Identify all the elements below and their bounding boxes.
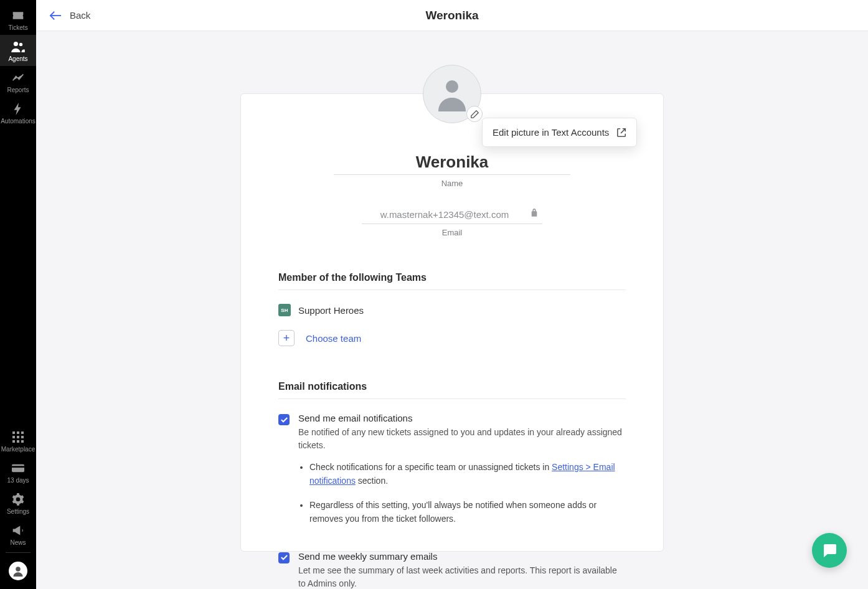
edit-picture-popover[interactable]: Edit picture in Text Accounts bbox=[482, 118, 637, 147]
nav-label: Reports bbox=[7, 87, 29, 93]
main: Back Weronika Name bbox=[36, 0, 868, 589]
nav-label: Marketplace bbox=[1, 446, 35, 453]
check-title: Send me email notifications bbox=[298, 413, 626, 423]
nav-trial[interactable]: 13 days bbox=[0, 456, 36, 488]
check-title: Send me weekly summary emails bbox=[298, 551, 626, 562]
notifications-heading: Email notifications bbox=[278, 381, 626, 399]
bolt-icon bbox=[11, 102, 25, 116]
svg-point-13 bbox=[16, 567, 21, 572]
svg-rect-8 bbox=[12, 440, 15, 443]
edit-avatar-button[interactable] bbox=[466, 106, 483, 122]
card-icon bbox=[11, 461, 25, 475]
gear-icon bbox=[11, 492, 25, 506]
svg-rect-4 bbox=[21, 431, 24, 434]
team-row: SH Support Heroes bbox=[278, 304, 626, 316]
nav-label: News bbox=[10, 539, 26, 546]
user-avatar-button[interactable] bbox=[9, 562, 27, 580]
svg-rect-2 bbox=[12, 431, 15, 434]
check-desc: Be notified of any new tickets assigned … bbox=[298, 426, 626, 452]
notification-row: Send me email notifications Be notified … bbox=[278, 413, 626, 537]
profile-card: Name Email Member of the following Teams… bbox=[240, 93, 664, 552]
svg-rect-3 bbox=[17, 431, 19, 434]
name-label: Name bbox=[266, 179, 638, 188]
avatar-wrap bbox=[423, 65, 481, 123]
svg-point-0 bbox=[14, 42, 18, 46]
svg-rect-5 bbox=[12, 436, 15, 438]
team-name: Support Heroes bbox=[298, 305, 364, 316]
back-label: Back bbox=[70, 10, 90, 21]
check-desc: Let me see the summary of last week acti… bbox=[298, 564, 626, 589]
email-label: Email bbox=[266, 228, 638, 237]
svg-point-15 bbox=[446, 80, 458, 93]
svg-point-1 bbox=[19, 43, 22, 46]
lock-icon bbox=[529, 207, 540, 218]
chat-icon bbox=[821, 542, 837, 558]
content-scroll[interactable]: Name Email Member of the following Teams… bbox=[36, 31, 868, 589]
svg-rect-7 bbox=[21, 436, 24, 438]
checkbox-weekly-summary[interactable] bbox=[278, 552, 290, 563]
plus-icon: + bbox=[278, 330, 295, 346]
ticket-icon bbox=[11, 9, 25, 22]
nav-marketplace[interactable]: Marketplace bbox=[0, 425, 36, 456]
megaphone-icon bbox=[11, 524, 25, 537]
nav-label: 13 days bbox=[7, 477, 29, 484]
topbar: Back Weronika bbox=[36, 0, 868, 31]
external-link-icon bbox=[616, 128, 626, 138]
person-icon bbox=[435, 77, 469, 111]
sidebar: Tickets Agents Reports Automations bbox=[0, 0, 36, 589]
arrow-left-icon bbox=[49, 10, 62, 21]
notification-row: Send me weekly summary emails Let me see… bbox=[278, 551, 626, 589]
svg-rect-9 bbox=[17, 440, 19, 443]
nav-tickets[interactable]: Tickets bbox=[0, 4, 36, 35]
email-input bbox=[362, 205, 542, 224]
choose-team-label: Choose team bbox=[306, 333, 361, 344]
checkbox-email-notifications[interactable] bbox=[278, 414, 290, 425]
name-input[interactable] bbox=[334, 150, 570, 175]
pencil-icon bbox=[471, 110, 479, 118]
nav-reports[interactable]: Reports bbox=[0, 66, 36, 97]
nav-label: Tickets bbox=[8, 24, 27, 31]
svg-rect-6 bbox=[17, 436, 19, 438]
svg-rect-12 bbox=[12, 466, 24, 468]
chat-fab[interactable] bbox=[812, 533, 847, 568]
team-badge: SH bbox=[278, 304, 291, 316]
nav-label: Automations bbox=[1, 118, 35, 125]
nav-label: Agents bbox=[8, 55, 27, 62]
agents-icon bbox=[11, 40, 25, 54]
nav-label: Settings bbox=[7, 508, 29, 515]
choose-team-button[interactable]: + Choose team bbox=[278, 330, 626, 346]
teams-heading: Member of the following Teams bbox=[278, 272, 626, 290]
bullet-item: Regardless of this setting, you'll alway… bbox=[309, 499, 626, 525]
bullet-item: Check notifications for a specific team … bbox=[309, 461, 626, 488]
popover-text: Edit picture in Text Accounts bbox=[493, 127, 609, 138]
svg-rect-11 bbox=[12, 464, 24, 473]
nav-automations[interactable]: Automations bbox=[0, 97, 36, 128]
nav-news[interactable]: News bbox=[0, 519, 36, 550]
nav-agents[interactable]: Agents bbox=[0, 35, 36, 66]
svg-rect-10 bbox=[21, 440, 24, 443]
check-icon bbox=[281, 555, 288, 560]
teams-section: Member of the following Teams SH Support… bbox=[266, 272, 638, 346]
nav-settings[interactable]: Settings bbox=[0, 488, 36, 519]
back-button[interactable]: Back bbox=[49, 10, 90, 21]
divider bbox=[6, 552, 31, 553]
notifications-section: Email notifications Send me email notifi… bbox=[266, 381, 638, 589]
check-icon bbox=[281, 417, 288, 423]
grid-icon bbox=[11, 430, 25, 444]
reports-icon bbox=[11, 71, 25, 85]
page-title: Weronika bbox=[36, 9, 868, 22]
